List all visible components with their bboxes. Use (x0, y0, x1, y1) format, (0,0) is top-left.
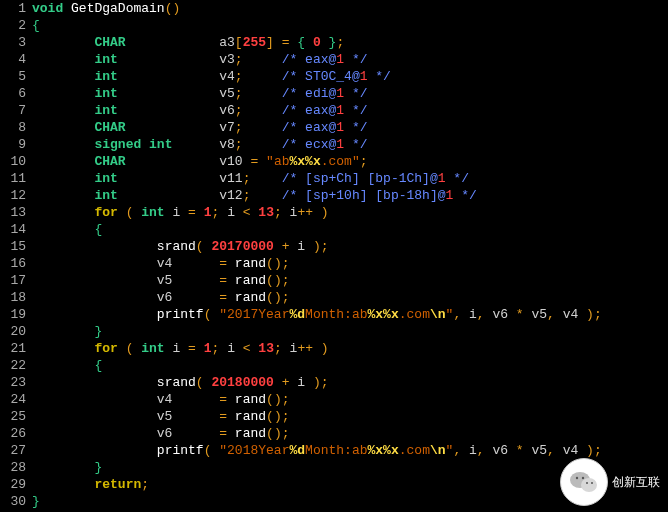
code-line: 16 v4 = rand(); (0, 255, 668, 272)
code-editor: 1void GetDgaDomain()2{3 CHAR a3[255] = {… (0, 0, 668, 510)
code-content: int v3; /* eax@1 */ (32, 51, 368, 68)
code-content: { (32, 17, 40, 34)
svg-point-1 (581, 478, 597, 492)
code-line: 22 { (0, 357, 668, 374)
code-content: printf( "2018Year%dMonth:ab%x%x.com\n", … (32, 442, 602, 459)
line-number: 16 (0, 255, 32, 272)
line-number: 28 (0, 459, 32, 476)
code-line: 15 srand( 20170000 + i ); (0, 238, 668, 255)
code-content: int v6; /* eax@1 */ (32, 102, 368, 119)
code-content: CHAR v7; /* eax@1 */ (32, 119, 368, 136)
line-number: 25 (0, 408, 32, 425)
code-line: 7 int v6; /* eax@1 */ (0, 102, 668, 119)
line-number: 4 (0, 51, 32, 68)
line-number: 29 (0, 476, 32, 493)
code-content: srand( 20170000 + i ); (32, 238, 329, 255)
code-content: } (32, 459, 102, 476)
code-content: signed int v8; /* ecx@1 */ (32, 136, 368, 153)
svg-point-2 (576, 477, 578, 479)
line-number: 9 (0, 136, 32, 153)
code-line: 3 CHAR a3[255] = { 0 }; (0, 34, 668, 51)
line-number: 20 (0, 323, 32, 340)
code-line: 12 int v12; /* [sp+10h] [bp-18h]@1 */ (0, 187, 668, 204)
line-number: 15 (0, 238, 32, 255)
code-content: } (32, 323, 102, 340)
line-number: 5 (0, 68, 32, 85)
code-content: int v4; /* ST0C_4@1 */ (32, 68, 391, 85)
code-line: 27 printf( "2018Year%dMonth:ab%x%x.com\n… (0, 442, 668, 459)
code-content: for ( int i = 1; i < 13; i++ ) (32, 340, 329, 357)
code-content: v6 = rand(); (32, 425, 290, 442)
wechat-icon (560, 458, 608, 506)
svg-point-3 (582, 477, 584, 479)
code-line: 11 int v11; /* [sp+Ch] [bp-1Ch]@1 */ (0, 170, 668, 187)
code-line: 13 for ( int i = 1; i < 13; i++ ) (0, 204, 668, 221)
line-number: 30 (0, 493, 32, 510)
line-number: 26 (0, 425, 32, 442)
code-line: 10 CHAR v10 = "ab%x%x.com"; (0, 153, 668, 170)
code-content: CHAR a3[255] = { 0 }; (32, 34, 344, 51)
code-line: 5 int v4; /* ST0C_4@1 */ (0, 68, 668, 85)
code-content: void GetDgaDomain() (32, 0, 180, 17)
code-line: 23 srand( 20180000 + i ); (0, 374, 668, 391)
line-number: 27 (0, 442, 32, 459)
code-content: v4 = rand(); (32, 255, 290, 272)
code-line: 24 v4 = rand(); (0, 391, 668, 408)
line-number: 8 (0, 119, 32, 136)
line-number: 7 (0, 102, 32, 119)
code-line: 14 { (0, 221, 668, 238)
watermark-text: 创新互联 (612, 474, 660, 491)
line-number: 18 (0, 289, 32, 306)
line-number: 2 (0, 17, 32, 34)
code-content: return; (32, 476, 149, 493)
line-number: 12 (0, 187, 32, 204)
line-number: 10 (0, 153, 32, 170)
line-number: 22 (0, 357, 32, 374)
line-number: 14 (0, 221, 32, 238)
line-number: 6 (0, 85, 32, 102)
code-content: int v5; /* edi@1 */ (32, 85, 368, 102)
watermark: 创新互联 (560, 458, 660, 506)
code-content: v4 = rand(); (32, 391, 290, 408)
line-number: 11 (0, 170, 32, 187)
code-line: 8 CHAR v7; /* eax@1 */ (0, 119, 668, 136)
code-line: 25 v5 = rand(); (0, 408, 668, 425)
code-content: { (32, 221, 102, 238)
line-number: 17 (0, 272, 32, 289)
svg-point-5 (591, 482, 593, 484)
code-line: 4 int v3; /* eax@1 */ (0, 51, 668, 68)
line-number: 13 (0, 204, 32, 221)
line-number: 3 (0, 34, 32, 51)
code-line: 1void GetDgaDomain() (0, 0, 668, 17)
code-content: printf( "2017Year%dMonth:ab%x%x.com\n", … (32, 306, 602, 323)
code-line: 18 v6 = rand(); (0, 289, 668, 306)
code-line: 9 signed int v8; /* ecx@1 */ (0, 136, 668, 153)
code-content: v5 = rand(); (32, 408, 290, 425)
line-number: 21 (0, 340, 32, 357)
code-line: 20 } (0, 323, 668, 340)
code-content: srand( 20180000 + i ); (32, 374, 329, 391)
code-content: v6 = rand(); (32, 289, 290, 306)
code-content: for ( int i = 1; i < 13; i++ ) (32, 204, 329, 221)
watermark-brand: 创新互联 (612, 475, 660, 489)
code-line: 2{ (0, 17, 668, 34)
code-line: 17 v5 = rand(); (0, 272, 668, 289)
code-content: v5 = rand(); (32, 272, 290, 289)
code-content: } (32, 493, 40, 510)
svg-point-4 (586, 482, 588, 484)
line-number: 1 (0, 0, 32, 17)
line-number: 19 (0, 306, 32, 323)
code-content: int v12; /* [sp+10h] [bp-18h]@1 */ (32, 187, 477, 204)
code-content: int v11; /* [sp+Ch] [bp-1Ch]@1 */ (32, 170, 469, 187)
code-content: CHAR v10 = "ab%x%x.com"; (32, 153, 368, 170)
line-number: 23 (0, 374, 32, 391)
code-line: 26 v6 = rand(); (0, 425, 668, 442)
code-line: 6 int v5; /* edi@1 */ (0, 85, 668, 102)
code-line: 19 printf( "2017Year%dMonth:ab%x%x.com\n… (0, 306, 668, 323)
code-line: 21 for ( int i = 1; i < 13; i++ ) (0, 340, 668, 357)
code-content: { (32, 357, 102, 374)
line-number: 24 (0, 391, 32, 408)
